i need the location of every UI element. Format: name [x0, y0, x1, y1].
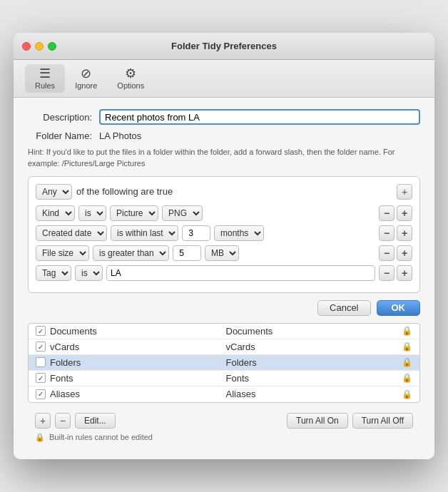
add-condition-button[interactable]: +: [397, 184, 412, 200]
tab-options[interactable]: ⚙ Options: [107, 64, 154, 93]
turn-all-on-button[interactable]: Turn All On: [287, 413, 348, 429]
rule3-remove-button[interactable]: −: [379, 245, 394, 261]
minimize-button[interactable]: [35, 42, 44, 51]
ignore-icon: ⊘: [81, 67, 91, 80]
rule4-remove-button[interactable]: −: [379, 265, 394, 281]
rule4-add-button[interactable]: +: [397, 265, 412, 281]
vcards-checkbox[interactable]: ✓: [36, 342, 46, 352]
rules-label: Rules: [35, 81, 55, 90]
rule2-field-select[interactable]: Created date: [36, 225, 107, 241]
hint-text: Hint: If you'd like to put the files in …: [28, 147, 420, 169]
rule1-operator-select[interactable]: is: [78, 205, 106, 221]
aliases-lock-icon: 🔒: [402, 389, 412, 399]
rule1-remove-button[interactable]: −: [379, 205, 394, 221]
tab-rules[interactable]: ☰ Rules: [25, 64, 65, 93]
rule4-operator-select[interactable]: is: [75, 265, 103, 281]
description-input[interactable]: [99, 109, 420, 125]
vcards-name: vCards: [50, 342, 226, 352]
rule2-actions: − +: [379, 225, 412, 241]
any-all-select[interactable]: Any All: [36, 184, 72, 200]
documents-checkbox[interactable]: ✓: [36, 326, 46, 336]
description-label: Description:: [28, 112, 99, 123]
tab-ignore[interactable]: ⊘ Ignore: [65, 64, 107, 93]
folders-dest: Folders: [226, 357, 402, 368]
edit-rule-button[interactable]: Edit...: [75, 413, 116, 429]
ignore-label: Ignore: [75, 81, 97, 90]
builtin-note-text: Built-in rules cannot be edited: [49, 433, 153, 441]
list-item-aliases[interactable]: ✓ Aliases Aliases 🔒: [29, 386, 419, 402]
rules-list: ✓ Documents Documents 🔒 ✓ vCards vCards …: [28, 323, 420, 403]
documents-lock-icon: 🔒: [402, 326, 412, 336]
rule-row-3: File size is greater than MB KB GB − +: [36, 245, 412, 261]
aliases-name: Aliases: [50, 389, 226, 399]
list-item-vcards[interactable]: ✓ vCards vCards 🔒: [29, 339, 419, 355]
folders-checkbox[interactable]: [36, 357, 46, 367]
folders-lock-icon: 🔒: [402, 357, 412, 367]
traffic-lights: [22, 42, 56, 51]
rule2-remove-button[interactable]: −: [379, 225, 394, 241]
builtin-note: 🔒 Built-in rules cannot be edited: [28, 433, 420, 448]
dialog-buttons: Cancel OK: [28, 300, 420, 316]
options-label: Options: [117, 81, 144, 90]
folder-name-row: Folder Name: LA Photos: [28, 130, 420, 141]
rule3-operator-select[interactable]: is greater than: [93, 245, 169, 261]
rule2-number-input[interactable]: [182, 225, 210, 241]
description-row: Description:: [28, 109, 420, 125]
fonts-lock-icon: 🔒: [402, 373, 412, 383]
rule1-actions: − +: [379, 205, 412, 221]
titlebar: Folder Tidy Preferences: [14, 33, 434, 60]
folder-name-value: LA Photos: [99, 130, 420, 141]
rules-box: Any All of the following are true + Kind…: [28, 176, 420, 293]
vcards-lock-icon: 🔒: [402, 342, 412, 352]
fonts-name: Fonts: [50, 373, 226, 384]
rule1-value1-select[interactable]: Picture: [110, 205, 158, 221]
condition-header: Any All of the following are true +: [36, 184, 412, 200]
cancel-button[interactable]: Cancel: [317, 300, 370, 316]
rule3-unit-select[interactable]: MB KB GB: [205, 245, 239, 261]
rule2-add-button[interactable]: +: [397, 225, 412, 241]
rule2-operator-select[interactable]: is within last: [111, 225, 178, 241]
rule2-unit-select[interactable]: months days weeks: [214, 225, 264, 241]
rule4-actions: − +: [379, 265, 412, 281]
rule3-number-input[interactable]: [173, 245, 201, 261]
rule4-field-select[interactable]: Tag: [36, 265, 71, 281]
content-area: Description: Folder Name: LA Photos Hint…: [14, 98, 434, 459]
ok-button[interactable]: OK: [377, 300, 421, 316]
fonts-checkbox[interactable]: ✓: [36, 373, 46, 383]
list-item-folders[interactable]: Folders Folders 🔒: [29, 355, 419, 371]
documents-dest: Documents: [226, 326, 402, 337]
condition-text: of the following are true: [76, 186, 173, 197]
options-icon: ⚙: [125, 67, 136, 80]
aliases-checkbox[interactable]: ✓: [36, 389, 46, 399]
documents-name: Documents: [50, 326, 226, 337]
folder-name-label: Folder Name:: [28, 130, 99, 141]
bottom-toolbar: + − Edit... Turn All On Turn All Off: [28, 409, 420, 433]
add-rule-button[interactable]: +: [35, 413, 51, 429]
rule-row-4: Tag is − +: [36, 265, 412, 281]
aliases-dest: Aliases: [226, 389, 402, 399]
rules-icon: ☰: [39, 67, 51, 80]
rule-row-1: Kind is Picture PNG − +: [36, 205, 412, 221]
maximize-button[interactable]: [48, 42, 56, 51]
rule-row-2: Created date is within last months days …: [36, 225, 412, 241]
vcards-dest: vCards: [226, 342, 402, 352]
close-button[interactable]: [22, 42, 31, 51]
turn-all-off-button[interactable]: Turn All Off: [352, 413, 413, 429]
folders-name: Folders: [50, 357, 226, 368]
rule3-field-select[interactable]: File size: [36, 245, 89, 261]
list-item-fonts[interactable]: ✓ Fonts Fonts 🔒: [29, 371, 419, 386]
fonts-dest: Fonts: [226, 373, 402, 384]
rule1-field-select[interactable]: Kind: [36, 205, 75, 221]
main-window: Folder Tidy Preferences ☰ Rules ⊘ Ignore…: [14, 33, 434, 459]
toolbar: ☰ Rules ⊘ Ignore ⚙ Options: [14, 60, 434, 98]
rule1-value2-select[interactable]: PNG: [162, 205, 203, 221]
remove-rule-button[interactable]: −: [55, 413, 71, 429]
list-item-documents[interactable]: ✓ Documents Documents 🔒: [29, 324, 419, 339]
turn-buttons: Turn All On Turn All Off: [287, 413, 413, 429]
rule3-add-button[interactable]: +: [397, 245, 412, 261]
lock-icon: 🔒: [35, 433, 45, 442]
rule4-tag-input[interactable]: [106, 265, 375, 281]
window-title: Folder Tidy Preferences: [171, 41, 277, 51]
rule1-add-button[interactable]: +: [397, 205, 412, 221]
rule3-actions: − +: [379, 245, 412, 261]
